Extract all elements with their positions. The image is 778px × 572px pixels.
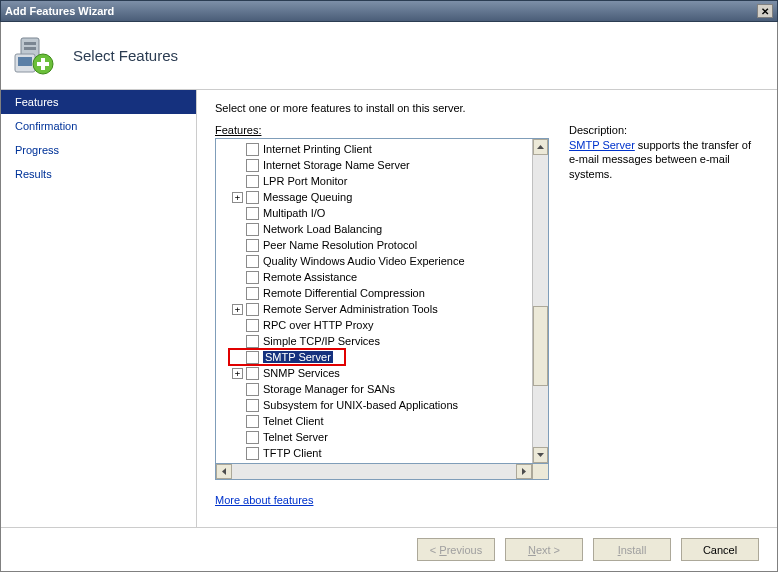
tree-item-label: LPR Port Monitor	[263, 175, 347, 187]
tree-row[interactable]: Internet Printing Client	[216, 141, 532, 157]
tree-row[interactable]: Peer Name Resolution Protocol	[216, 237, 532, 253]
tree-item-label: Network Load Balancing	[263, 223, 382, 235]
tree-item-label: SNMP Services	[263, 367, 340, 379]
description-link[interactable]: SMTP Server	[569, 139, 635, 151]
tree-item-label: Subsystem for UNIX-based Applications	[263, 399, 458, 411]
svg-rect-1	[24, 42, 36, 45]
checkbox[interactable]	[246, 255, 259, 268]
tree-row[interactable]: +SNMP Services	[216, 365, 532, 381]
two-column: Features: Internet Printing ClientIntern…	[215, 124, 759, 519]
tree-row[interactable]: Multipath I/O	[216, 205, 532, 221]
sidebar-item-progress[interactable]: Progress	[1, 138, 196, 162]
tree-item-label: RPC over HTTP Proxy	[263, 319, 373, 331]
checkbox[interactable]	[246, 207, 259, 220]
sidebar: FeaturesConfirmationProgressResults	[1, 90, 197, 527]
checkbox[interactable]	[246, 223, 259, 236]
page-title: Select Features	[73, 47, 178, 64]
titlebar: Add Features Wizard ✕	[0, 0, 778, 22]
tree-row[interactable]: Quality Windows Audio Video Experience	[216, 253, 532, 269]
tree-row[interactable]: Telnet Client	[216, 413, 532, 429]
checkbox[interactable]	[246, 191, 259, 204]
checkbox[interactable]	[246, 335, 259, 348]
scroll-thumb[interactable]	[533, 306, 548, 386]
checkbox[interactable]	[246, 271, 259, 284]
scroll-corner	[532, 464, 548, 479]
more-about-features-link[interactable]: More about features	[215, 494, 549, 506]
description-label: Description:	[569, 124, 627, 136]
features-column: Features: Internet Printing ClientIntern…	[215, 124, 549, 519]
tree-row[interactable]: +Remote Server Administration Tools	[216, 301, 532, 317]
checkbox[interactable]	[246, 415, 259, 428]
tree-row[interactable]: RPC over HTTP Proxy	[216, 317, 532, 333]
checkbox[interactable]	[246, 319, 259, 332]
tree-item-label: Multipath I/O	[263, 207, 325, 219]
checkbox[interactable]	[246, 303, 259, 316]
hscroll-track[interactable]	[232, 464, 516, 479]
scroll-track-top[interactable]	[533, 155, 548, 306]
expander-icon[interactable]: +	[232, 304, 243, 315]
tree-row[interactable]: +Message Queuing	[216, 189, 532, 205]
svg-rect-7	[37, 62, 49, 66]
svg-rect-4	[18, 57, 32, 66]
next-button: Next >	[505, 538, 583, 561]
expander-icon[interactable]: +	[232, 192, 243, 203]
svg-marker-8	[537, 145, 544, 149]
tree-row[interactable]: Remote Differential Compression	[216, 285, 532, 301]
tree-item-label: Peer Name Resolution Protocol	[263, 239, 417, 251]
features-tree[interactable]: Internet Printing ClientInternet Storage…	[216, 139, 532, 463]
checkbox[interactable]	[246, 143, 259, 156]
checkbox[interactable]	[246, 175, 259, 188]
checkbox[interactable]	[246, 159, 259, 172]
main-panel: Select one or more features to install o…	[197, 90, 777, 527]
tree-row[interactable]: Network Load Balancing	[216, 221, 532, 237]
tree-row[interactable]: TFTP Client	[216, 445, 532, 461]
vertical-scrollbar[interactable]	[532, 139, 548, 463]
sidebar-item-results[interactable]: Results	[1, 162, 196, 186]
tree-item-label: Internet Storage Name Server	[263, 159, 410, 171]
window-title: Add Features Wizard	[5, 5, 114, 17]
scroll-right-button[interactable]	[516, 464, 532, 479]
tree-item-label: SMTP Server	[263, 351, 333, 363]
previous-button: < Previous	[417, 538, 495, 561]
tree-item-label: Message Queuing	[263, 191, 352, 203]
description-text: SMTP Server supports the transfer of e-m…	[569, 138, 759, 181]
close-button[interactable]: ✕	[757, 4, 773, 18]
tree-item-label: Internet Printing Client	[263, 143, 372, 155]
instruction-text: Select one or more features to install o…	[215, 102, 759, 114]
tree-row[interactable]: Telnet Server	[216, 429, 532, 445]
checkbox[interactable]	[246, 383, 259, 396]
tree-row[interactable]: Storage Manager for SANs	[216, 381, 532, 397]
checkbox[interactable]	[246, 399, 259, 412]
scroll-down-button[interactable]	[533, 447, 548, 463]
wizard-icon	[13, 34, 57, 78]
content: FeaturesConfirmationProgressResults Sele…	[1, 90, 777, 527]
scroll-track-bottom[interactable]	[533, 386, 548, 447]
checkbox[interactable]	[246, 239, 259, 252]
tree-row[interactable]: LPR Port Monitor	[216, 173, 532, 189]
tree-item-label: Remote Assistance	[263, 271, 357, 283]
tree-item-label: Remote Server Administration Tools	[263, 303, 438, 315]
cancel-button[interactable]: Cancel	[681, 538, 759, 561]
svg-marker-9	[537, 453, 544, 457]
window-body: Select Features FeaturesConfirmationProg…	[0, 22, 778, 572]
tree-row[interactable]: Remote Assistance	[216, 269, 532, 285]
horizontal-scrollbar[interactable]	[215, 464, 549, 480]
expander-icon[interactable]: +	[232, 368, 243, 379]
scroll-up-button[interactable]	[533, 139, 548, 155]
tree-row[interactable]: Simple TCP/IP Services	[216, 333, 532, 349]
sidebar-item-confirmation[interactable]: Confirmation	[1, 114, 196, 138]
features-label: Features:	[215, 124, 549, 136]
svg-rect-2	[24, 47, 36, 50]
svg-marker-11	[522, 468, 526, 475]
install-button: Install	[593, 538, 671, 561]
tree-row[interactable]: Internet Storage Name Server	[216, 157, 532, 173]
checkbox[interactable]	[246, 431, 259, 444]
tree-row[interactable]: Subsystem for UNIX-based Applications	[216, 397, 532, 413]
checkbox[interactable]	[246, 287, 259, 300]
tree-row[interactable]: SMTP Server	[216, 349, 532, 365]
checkbox[interactable]	[246, 367, 259, 380]
sidebar-item-features[interactable]: Features	[1, 90, 196, 114]
scroll-left-button[interactable]	[216, 464, 232, 479]
checkbox[interactable]	[246, 447, 259, 460]
checkbox[interactable]	[246, 351, 259, 364]
